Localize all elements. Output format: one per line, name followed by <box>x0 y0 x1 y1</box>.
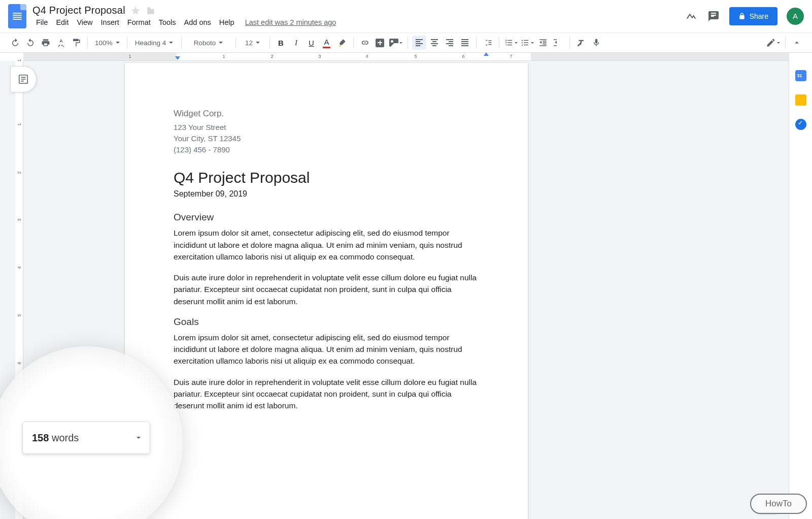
zoom-dropdown[interactable]: 100% <box>92 36 123 50</box>
address-line-1[interactable]: 123 Your Street <box>174 122 479 133</box>
separator <box>353 37 354 48</box>
separator <box>235 37 236 48</box>
separator <box>181 37 182 48</box>
heading-goals[interactable]: Goals <box>174 316 479 328</box>
address-line-2[interactable]: Your City, ST 12345 <box>174 133 479 144</box>
collapse-toolbar-button[interactable] <box>790 36 804 50</box>
paint-format-button[interactable] <box>69 36 83 50</box>
toolbar: 100% Heading 4 Roboto 12 B I U A <box>0 33 812 53</box>
highlight-button[interactable] <box>335 36 349 50</box>
account-avatar[interactable]: A <box>787 8 804 25</box>
insert-image-button[interactable] <box>388 36 403 50</box>
document-heading-title[interactable]: Q4 Project Proposal <box>174 169 479 186</box>
indent-marker-icon[interactable] <box>175 56 180 60</box>
insert-link-button[interactable] <box>358 36 372 50</box>
underline-button[interactable]: U <box>304 36 319 50</box>
menu-format[interactable]: Format <box>124 17 154 27</box>
menu-insert[interactable]: Insert <box>97 17 123 27</box>
separator <box>87 37 88 48</box>
page[interactable]: Widget Corp. 123 Your Street Your City, … <box>125 63 528 519</box>
activity-icon[interactable] <box>685 10 698 23</box>
share-label: Share <box>750 12 768 20</box>
menu-edit[interactable]: Edit <box>52 17 72 27</box>
right-indent-marker-icon[interactable] <box>484 53 489 56</box>
document-date[interactable]: September 09, 2019 <box>174 189 479 199</box>
menu-addons[interactable]: Add ons <box>181 17 215 27</box>
paragraph[interactable]: Duis aute irure dolor in reprehenderit i… <box>174 376 479 412</box>
side-panel <box>789 61 812 519</box>
app-header: Q4 Project Proposal File Edit View Inser… <box>0 0 812 33</box>
menu-help[interactable]: Help <box>216 17 238 27</box>
separator <box>785 37 786 48</box>
separator <box>569 37 570 48</box>
wordcount-dropdown[interactable]: 158 words <box>22 421 150 454</box>
paragraph[interactable]: Lorem ipsum dolor sit amet, consectetur … <box>174 227 479 263</box>
lock-icon <box>738 13 746 20</box>
document-title[interactable]: Q4 Project Proposal <box>32 5 125 16</box>
howto-watermark: HowTo <box>750 494 807 514</box>
numbered-list-button[interactable] <box>503 36 519 50</box>
bulleted-list-button[interactable] <box>520 36 535 50</box>
star-icon[interactable] <box>130 6 141 16</box>
decrease-indent-button[interactable] <box>536 36 550 50</box>
insert-comment-button[interactable] <box>373 36 387 50</box>
print-button[interactable] <box>39 36 53 50</box>
share-button[interactable]: Share <box>729 7 777 25</box>
separator <box>499 37 499 48</box>
redo-button[interactable] <box>23 36 38 50</box>
bold-button[interactable]: B <box>274 36 288 50</box>
company-name[interactable]: Widget Corp. <box>174 109 479 119</box>
line-spacing-button[interactable] <box>481 36 495 50</box>
last-edit-link[interactable]: Last edit was 2 minutes ago <box>245 18 336 26</box>
wordcount-text: 158 words <box>32 432 79 444</box>
document-outline-button[interactable] <box>10 66 37 92</box>
paragraph[interactable]: Duis aute irure dolor in reprehenderit i… <box>174 272 479 307</box>
separator <box>476 37 477 48</box>
editing-mode-button[interactable] <box>765 36 781 50</box>
calendar-addon-icon[interactable] <box>795 70 806 81</box>
menu-tools[interactable]: Tools <box>155 17 180 27</box>
keep-addon-icon[interactable] <box>795 94 806 106</box>
separator <box>269 37 270 48</box>
align-right-button[interactable] <box>443 36 457 50</box>
horizontal-ruler[interactable]: 11234567 <box>23 53 789 61</box>
chevron-down-icon <box>137 437 141 439</box>
font-size-dropdown[interactable]: 12 <box>240 36 265 50</box>
menu-view[interactable]: View <box>73 17 96 27</box>
heading-overview[interactable]: Overview <box>174 212 479 223</box>
align-justify-button[interactable] <box>458 36 472 50</box>
italic-button[interactable]: I <box>289 36 303 50</box>
outline-icon <box>18 74 29 85</box>
menubar: File Edit View Insert Format Tools Add o… <box>32 17 685 27</box>
move-folder-icon[interactable] <box>146 6 156 16</box>
style-dropdown[interactable]: Heading 4 <box>131 36 177 50</box>
voice-typing-button[interactable] <box>589 36 603 50</box>
menu-file[interactable]: File <box>32 17 51 27</box>
spellcheck-button[interactable] <box>54 36 68 50</box>
docs-app-icon[interactable] <box>8 4 26 28</box>
tasks-addon-icon[interactable] <box>795 119 806 130</box>
undo-button[interactable] <box>8 36 22 50</box>
font-dropdown[interactable]: Roboto <box>186 36 231 50</box>
separator <box>408 37 408 48</box>
separator <box>127 37 127 48</box>
phone[interactable]: (123) 456 - 7890 <box>174 144 479 155</box>
clear-formatting-button[interactable] <box>574 36 588 50</box>
increase-indent-button[interactable] <box>551 36 565 50</box>
paragraph[interactable]: Lorem ipsum dolor sit amet, consectetur … <box>174 332 479 367</box>
align-left-button[interactable] <box>412 36 426 50</box>
text-color-button[interactable]: A <box>320 36 334 50</box>
comments-icon[interactable] <box>707 10 720 23</box>
align-center-button[interactable] <box>427 36 442 50</box>
